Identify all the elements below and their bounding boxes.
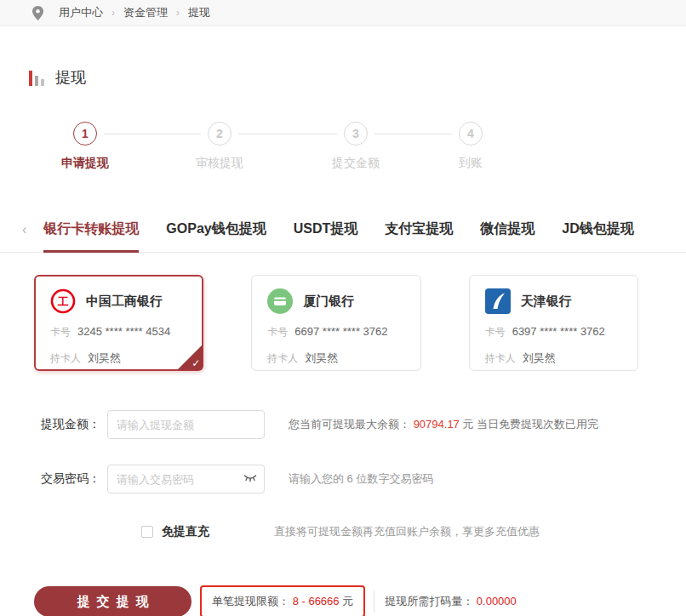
step-3-label: 提交金额 — [305, 156, 407, 171]
page-title-row: 提现 — [29, 69, 686, 86]
tab-jd[interactable]: JD钱包提现 — [562, 220, 633, 250]
bank-name: 中国工商银行 — [86, 294, 163, 310]
step-4-circle: 4 — [459, 122, 483, 145]
step-2-label: 审核提现 — [169, 156, 271, 171]
step-3-circle: 3 — [344, 122, 368, 145]
svg-text:工: 工 — [58, 295, 69, 308]
recharge-hint: 直接将可提现金额再充值回账户余额，享更多充值优惠 — [274, 524, 540, 539]
page-title: 提现 — [55, 69, 86, 86]
amount-input[interactable] — [107, 410, 265, 439]
card-holder: 刘昊然 — [88, 351, 121, 364]
withdraw-form: 提现金额： 您当前可提现最大余额： 90794.17 元 当日免费提现次数已用完… — [34, 410, 686, 539]
code-requirement: 提现所需打码量： 0.00000 — [385, 594, 517, 609]
card-holder-label: 持卡人 — [50, 352, 81, 364]
card-holder-label: 持卡人 — [267, 352, 298, 364]
recharge-checkbox-label[interactable]: 免提直充 — [162, 524, 209, 539]
limit-box: 单笔提现限额： 8 - 66666 元 — [200, 585, 365, 616]
bank-card-tianjin[interactable]: 天津银行 卡号6397 **** **** 3762 持卡人刘昊然 — [469, 275, 638, 371]
code-value: 0.00000 — [477, 595, 517, 607]
location-pin-icon — [32, 6, 43, 20]
password-row: 交易密码： 请输入您的 6 位数字交易密码 — [34, 465, 686, 493]
step-2-circle: 2 — [208, 122, 232, 145]
amount-label: 提现金额： — [34, 417, 100, 432]
tab-bank-card[interactable]: 银行卡转账提现 — [43, 220, 139, 253]
amount-hint-prefix: 您当前可提现最大余额： — [289, 418, 410, 431]
step-connector — [104, 134, 201, 134]
breadcrumb-withdraw[interactable]: 提现 — [188, 5, 210, 20]
step-1-label: 申请提现 — [34, 156, 136, 171]
bank-card-icbc[interactable]: 工 中国工商银行 卡号3245 **** **** 4534 持卡人刘昊然 ✓ — [34, 275, 203, 371]
password-hint: 请输入您的 6 位数字交易密码 — [289, 471, 433, 487]
consent-row: 免提直充 直接将可提现金额再充值回账户余额，享更多充值优惠 — [141, 524, 686, 539]
card-number: 6397 **** **** 3762 — [512, 325, 605, 338]
card-number-label: 卡号 — [267, 326, 288, 338]
card-number-label: 卡号 — [50, 326, 71, 338]
tab-wechat[interactable]: 微信提现 — [480, 220, 535, 250]
breadcrumb-separator: › — [176, 7, 180, 19]
card-holder: 刘昊然 — [523, 351, 556, 364]
card-holder: 刘昊然 — [305, 351, 338, 364]
eye-closed-icon[interactable] — [243, 473, 257, 483]
step-connector — [374, 134, 452, 134]
card-number-label: 卡号 — [485, 326, 506, 338]
bank-card-list: 工 中国工商银行 卡号3245 **** **** 4534 持卡人刘昊然 ✓ … — [34, 275, 686, 371]
bar-chart-icon — [29, 71, 47, 86]
breadcrumb-user-center[interactable]: 用户中心 — [59, 5, 103, 20]
tab-alipay[interactable]: 支付宝提现 — [385, 220, 453, 250]
amount-hint-suffix: 元 当日免费提现次数已用完 — [462, 418, 598, 431]
step-4-label: 到账 — [420, 156, 522, 171]
card-holder-label: 持卡人 — [485, 352, 516, 364]
limit-label: 单笔提现限额： — [212, 595, 289, 607]
tabs-scroll-left-icon[interactable]: ‹ — [22, 222, 26, 237]
tianjin-bank-logo-icon — [485, 288, 511, 314]
icbc-bank-logo-icon: 工 — [50, 288, 76, 314]
bank-name: 天津银行 — [521, 294, 572, 310]
bank-card-xiamen[interactable]: 厦门银行 卡号6697 **** **** 3762 持卡人刘昊然 — [251, 275, 420, 371]
bank-name: 厦门银行 — [303, 294, 354, 310]
code-label: 提现所需打码量： — [385, 595, 473, 607]
breadcrumb-bar: 用户中心 › 资金管理 › 提现 — [0, 0, 686, 26]
step-connector — [238, 134, 337, 134]
footer-bar: 提交提现 单笔提现限额： 8 - 66666 元 提现所需打码量： 0.0000… — [34, 585, 686, 616]
password-input[interactable] — [107, 465, 265, 493]
limit-unit: 元 — [342, 595, 353, 607]
recharge-checkbox[interactable] — [141, 526, 153, 538]
amount-row: 提现金额： 您当前可提现最大余额： 90794.17 元 当日免费提现次数已用完 — [34, 410, 686, 439]
breadcrumb-separator: › — [111, 7, 115, 19]
check-icon: ✓ — [192, 357, 200, 369]
card-number: 6697 **** **** 3762 — [294, 325, 387, 338]
tab-gopay[interactable]: GOPay钱包提现 — [166, 220, 266, 250]
limit-value: 8 - 66666 — [293, 595, 340, 607]
max-balance-value: 90794.17 — [414, 418, 460, 431]
tab-usdt[interactable]: USDT提现 — [294, 220, 358, 250]
step-1-circle: 1 — [73, 122, 97, 145]
xiamen-bank-logo-icon — [267, 288, 293, 314]
submit-withdraw-button[interactable]: 提交提现 — [34, 586, 192, 616]
password-label: 交易密码： — [34, 471, 100, 487]
amount-hint: 您当前可提现最大余额： 90794.17 元 当日免费提现次数已用完 — [289, 417, 598, 432]
withdraw-stepper: 1 2 3 4 申请提现 审核提现 提交金额 到账 — [0, 122, 686, 176]
footer-divider — [374, 590, 374, 613]
breadcrumb-funds[interactable]: 资金管理 — [123, 5, 168, 20]
withdraw-method-tabs: ‹ 银行卡转账提现 GOPay钱包提现 USDT提现 支付宝提现 微信提现 JD… — [0, 220, 686, 253]
card-number: 3245 **** **** 4534 — [77, 325, 170, 338]
